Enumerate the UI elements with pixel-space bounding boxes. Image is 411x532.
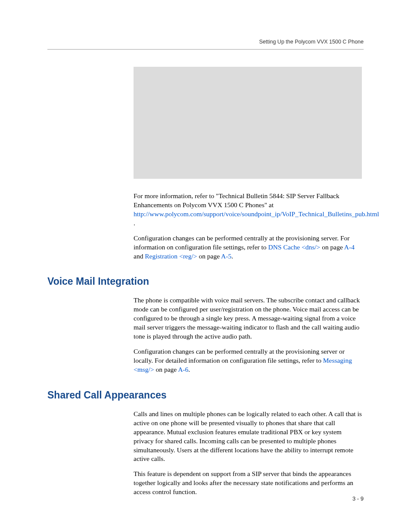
paragraph-3: The phone is compatible with voice mail …: [134, 296, 362, 341]
content-column: For more information, refer to "Technica…: [134, 67, 362, 261]
registration-link[interactable]: Registration <reg/>: [145, 252, 197, 260]
page-a5-link[interactable]: A-5: [221, 252, 231, 260]
shared-call-content: Calls and lines on multiple phones can b…: [134, 410, 362, 497]
paragraph-4: Configuration changes can be performed c…: [134, 347, 362, 374]
shared-call-heading: Shared Call Appearances: [47, 389, 364, 401]
text: .: [188, 366, 190, 373]
header-rule: [47, 49, 364, 50]
text: on page: [320, 243, 344, 251]
voice-mail-heading: Voice Mail Integration: [47, 276, 364, 287]
dns-cache-link[interactable]: DNS Cache <dns/>: [268, 243, 321, 251]
running-header: Setting Up the Polycom VVX 1500 C Phone: [47, 39, 364, 45]
text: on page: [197, 252, 221, 260]
bulletin-link[interactable]: http://www.polycom.com/support/voice/sou…: [134, 210, 379, 218]
text: and: [134, 252, 145, 260]
page-number: 3 - 9: [352, 495, 364, 502]
figure-placeholder: [134, 67, 362, 179]
text: .: [134, 219, 135, 227]
page-container: Setting Up the Polycom VVX 1500 C Phone …: [0, 0, 411, 532]
paragraph-1: For more information, refer to "Technica…: [134, 192, 362, 228]
text: .: [231, 252, 233, 260]
page-a6-link[interactable]: A-6: [178, 366, 188, 373]
page-a4-link[interactable]: A-4: [344, 243, 355, 251]
text: Configuration changes can be performed c…: [134, 348, 345, 364]
paragraph-2: Configuration changes can be performed c…: [134, 234, 362, 261]
paragraph-5: Calls and lines on multiple phones can b…: [134, 410, 362, 464]
paragraph-6: This feature is dependent on support fro…: [134, 470, 362, 497]
voice-mail-content: The phone is compatible with voice mail …: [134, 296, 362, 374]
text: on page: [154, 366, 178, 373]
text: For more information, refer to "Technica…: [134, 192, 339, 208]
